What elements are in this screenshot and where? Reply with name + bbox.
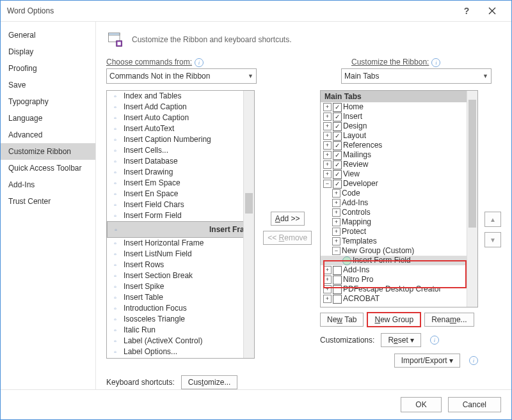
tree-node[interactable]: +Mapping: [321, 217, 467, 227]
info-icon[interactable]: i: [431, 58, 440, 67]
command-item[interactable]: ▫Insert Cells...: [107, 145, 244, 156]
command-item[interactable]: ▫Introduction Focus: [107, 303, 244, 314]
new-group-button[interactable]: New Group: [367, 313, 420, 327]
move-up-button[interactable]: ▲: [484, 212, 501, 227]
command-item[interactable]: ▫Insert Caption Numbering: [107, 134, 244, 145]
customize-ribbon-dropdown[interactable]: Main Tabs▼: [341, 68, 492, 84]
info-icon[interactable]: i: [430, 336, 439, 345]
expand-icon[interactable]: −: [323, 180, 332, 188]
command-item[interactable]: ▫Label (ActiveX Control): [107, 336, 244, 346]
info-icon[interactable]: i: [469, 356, 478, 365]
choose-commands-dropdown[interactable]: Commands Not in the Ribbon▼: [106, 68, 257, 84]
expand-icon[interactable]: +: [332, 218, 340, 226]
tree-node[interactable]: +Templates: [321, 237, 467, 246]
expand-icon[interactable]: +: [332, 237, 340, 245]
tree-node[interactable]: −✓Developer: [321, 179, 467, 189]
sidebar-item-typography[interactable]: Typography: [1, 93, 95, 110]
command-item[interactable]: ▫Insert En Space: [107, 189, 244, 199]
tree-node[interactable]: +Add-Ins: [321, 265, 467, 275]
expand-icon[interactable]: +: [323, 295, 332, 303]
sidebar-item-addins[interactable]: Add-Ins: [1, 176, 95, 193]
tree-node[interactable]: −New Group (Custom): [321, 246, 467, 256]
tree-node[interactable]: +PDFescape Desktop Creator: [321, 284, 467, 294]
command-item[interactable]: ▫Insert Horizontal Frame: [107, 238, 244, 249]
checkbox[interactable]: ✓: [333, 113, 342, 121]
customize-shortcuts-button[interactable]: Customize...: [181, 375, 238, 389]
command-item[interactable]: ▫Insert Em Space: [107, 178, 244, 189]
ribbon-tree[interactable]: Main Tabs+✓Home+✓Insert+✓Design+✓Layout+…: [320, 90, 478, 307]
reset-button[interactable]: Reset ▾: [381, 333, 421, 347]
sidebar-item-proofing[interactable]: Proofing: [1, 60, 95, 77]
expand-icon[interactable]: +: [332, 228, 340, 236]
command-item[interactable]: ▫Insert ListNum Field: [107, 249, 244, 260]
expand-icon[interactable]: −: [332, 247, 340, 255]
tree-node[interactable]: +✓View: [321, 169, 467, 179]
tree-node[interactable]: +✓Layout: [321, 131, 467, 141]
command-item[interactable]: ▫Insert Drawing: [107, 167, 244, 178]
command-item[interactable]: ▫Insert Field Chars: [107, 199, 244, 210]
remove-button[interactable]: << Remove: [263, 231, 312, 245]
commands-listbox[interactable]: ▫Index and Tables▫Insert Add Caption▫Ins…: [106, 90, 255, 359]
tree-node[interactable]: +✓Insert: [321, 112, 467, 121]
command-item[interactable]: ▫Language: [107, 357, 244, 358]
command-item[interactable]: ▫Insert Add Caption: [107, 102, 244, 113]
checkbox[interactable]: [333, 266, 342, 275]
sidebar-item-qat[interactable]: Quick Access Toolbar: [1, 160, 95, 176]
new-tab-button[interactable]: New Tab: [320, 313, 364, 327]
checkbox[interactable]: ✓: [333, 151, 342, 160]
tree-node[interactable]: +✓Home: [321, 102, 467, 112]
sidebar-item-display[interactable]: Display: [1, 43, 95, 60]
command-item[interactable]: ▫Insert Spike: [107, 281, 244, 292]
tree-node[interactable]: +ACROBAT: [321, 294, 467, 304]
command-item[interactable]: ▫Insert Table: [107, 292, 244, 303]
expand-icon[interactable]: +: [332, 189, 340, 198]
scrollbar[interactable]: [243, 91, 254, 358]
command-item[interactable]: ▫Insert Frame: [107, 221, 244, 238]
command-item[interactable]: ▫Insert Auto Caption: [107, 113, 244, 123]
sidebar-item-trust-center[interactable]: Trust Center: [1, 193, 95, 210]
move-down-button[interactable]: ▼: [484, 232, 501, 247]
expand-icon[interactable]: +: [323, 160, 332, 169]
expand-icon[interactable]: +: [323, 103, 332, 111]
tree-node[interactable]: +✓Review: [321, 160, 467, 169]
command-item[interactable]: ▫Insert Rows: [107, 260, 244, 270]
checkbox[interactable]: ✓: [333, 180, 342, 189]
expand-icon[interactable]: +: [323, 122, 332, 130]
rename-button[interactable]: Rename...: [424, 313, 474, 327]
command-item[interactable]: ▫Insert AutoText: [107, 123, 244, 134]
sidebar-item-save[interactable]: Save: [1, 77, 95, 93]
expand-icon[interactable]: +: [323, 266, 332, 274]
command-item[interactable]: ▫Label Options...: [107, 346, 244, 357]
sidebar-item-customize-ribbon[interactable]: Customize Ribbon: [1, 143, 95, 160]
tree-node[interactable]: +✓Design: [321, 121, 467, 131]
command-item[interactable]: ▫Insert Section Break: [107, 270, 244, 281]
checkbox[interactable]: [333, 276, 342, 284]
checkbox[interactable]: ✓: [333, 103, 342, 112]
command-item[interactable]: ▫Insert Database: [107, 156, 244, 167]
expand-icon[interactable]: +: [323, 170, 332, 178]
command-item[interactable]: ▫Isosceles Triangle: [107, 314, 244, 325]
checkbox[interactable]: ✓: [333, 122, 342, 131]
checkbox[interactable]: [333, 285, 342, 294]
expand-icon[interactable]: +: [323, 276, 332, 284]
checkbox[interactable]: ✓: [333, 160, 342, 169]
sidebar-item-advanced[interactable]: Advanced: [1, 127, 95, 143]
tree-node[interactable]: +✓References: [321, 141, 467, 150]
command-item[interactable]: ▫Index and Tables: [107, 91, 244, 102]
tree-node[interactable]: +Nitro Pro: [321, 275, 467, 284]
checkbox[interactable]: ✓: [333, 170, 342, 179]
import-export-button[interactable]: Import/Export ▾: [394, 354, 460, 368]
cancel-button[interactable]: Cancel: [448, 397, 501, 412]
info-icon[interactable]: i: [195, 58, 204, 67]
command-item[interactable]: ▫Insert Form Field: [107, 210, 244, 221]
tree-node[interactable]: +Code: [321, 189, 467, 198]
command-item[interactable]: ▫Italic Run: [107, 325, 244, 336]
tree-node[interactable]: +Controls: [321, 208, 467, 217]
sidebar-item-language[interactable]: Language: [1, 110, 95, 127]
expand-icon[interactable]: +: [323, 141, 332, 150]
ok-button[interactable]: OK: [401, 397, 441, 412]
scrollbar[interactable]: [467, 91, 477, 307]
expand-icon[interactable]: +: [323, 113, 332, 121]
checkbox[interactable]: ✓: [333, 132, 342, 141]
expand-icon[interactable]: +: [323, 285, 332, 293]
